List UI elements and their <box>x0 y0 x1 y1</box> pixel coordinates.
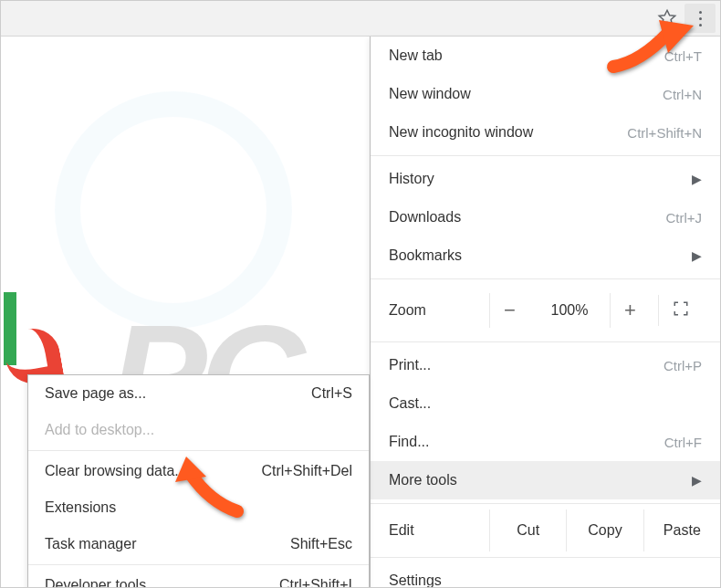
menu-item-new-incognito[interactable]: New incognito window Ctrl+Shift+N <box>371 113 720 152</box>
menu-shortcut: Ctrl+J <box>665 210 702 226</box>
menu-shortcut: Ctrl+Shift+I <box>279 577 352 588</box>
menu-item-label: Cast... <box>389 395 431 412</box>
menu-item-label: Edit <box>389 522 489 539</box>
menu-item-label: Zoom <box>389 302 489 319</box>
zoom-out-button[interactable]: − <box>489 293 529 328</box>
menu-item-label: New incognito window <box>389 124 533 141</box>
menu-item-label: New tab <box>389 47 443 64</box>
menu-shortcut: Ctrl+P <box>664 358 702 373</box>
menu-item-zoom: Zoom − 100% + <box>371 283 720 338</box>
menu-item-label: Print... <box>389 357 431 373</box>
menu-separator <box>371 278 720 279</box>
menu-shortcut: Shift+Esc <box>290 536 352 552</box>
menu-separator <box>28 564 369 565</box>
menu-item-bookmarks[interactable]: Bookmarks ▶ <box>371 236 720 275</box>
edit-copy-button[interactable]: Copy <box>566 509 643 551</box>
menu-item-label: History <box>389 171 434 187</box>
menu-item-label: Task manager <box>45 536 137 552</box>
zoom-controls: − 100% + <box>489 293 702 328</box>
menu-shortcut: Ctrl+Shift+Del <box>261 463 352 479</box>
menu-item-label: New window <box>389 86 471 102</box>
menu-shortcut: Ctrl+N <box>663 87 702 102</box>
menu-separator <box>371 155 720 156</box>
annotation-arrow-icon <box>604 16 695 80</box>
chevron-right-icon: ▶ <box>692 248 702 263</box>
menu-item-cast[interactable]: Cast... <box>371 384 720 423</box>
menu-separator <box>28 450 369 451</box>
fullscreen-button[interactable] <box>658 295 702 326</box>
menu-item-label: Find... <box>389 434 429 450</box>
menu-shortcut: Ctrl+S <box>311 385 352 402</box>
menu-shortcut: Ctrl+F <box>664 435 702 450</box>
edit-paste-button[interactable]: Paste <box>643 509 720 551</box>
menu-item-label: Add to desktop... <box>45 422 154 438</box>
zoom-in-button[interactable]: + <box>610 293 650 328</box>
menu-item-label: Settings <box>389 572 442 588</box>
fullscreen-icon <box>673 300 689 317</box>
menu-item-settings[interactable]: Settings <box>371 562 720 588</box>
menu-separator <box>371 503 720 504</box>
menu-item-label: Developer tools <box>45 577 146 588</box>
submenu-item-task-manager[interactable]: Task manager Shift+Esc <box>28 526 369 562</box>
menu-separator <box>371 341 720 342</box>
svg-marker-0 <box>659 20 694 53</box>
menu-item-print[interactable]: Print... Ctrl+P <box>371 346 720 384</box>
chevron-right-icon: ▶ <box>692 473 702 488</box>
menu-shortcut: Ctrl+Shift+N <box>627 125 702 141</box>
menu-item-label: Extensions <box>45 499 116 516</box>
menu-item-label: Downloads <box>389 209 461 226</box>
menu-item-label: Bookmarks <box>389 247 462 264</box>
menu-item-new-window[interactable]: New window Ctrl+N <box>371 75 720 113</box>
menu-item-label: Clear browsing data... <box>45 463 187 479</box>
menu-separator <box>371 557 720 558</box>
zoom-percent: 100% <box>538 302 601 319</box>
menu-item-history[interactable]: History ▶ <box>371 160 720 198</box>
edit-cut-button[interactable]: Cut <box>489 509 566 551</box>
menu-item-downloads[interactable]: Downloads Ctrl+J <box>371 198 720 236</box>
submenu-item-save-page-as[interactable]: Save page as... Ctrl+S <box>28 375 369 412</box>
chrome-main-menu: New tab Ctrl+T New window Ctrl+N New inc… <box>370 37 721 588</box>
menu-item-find[interactable]: Find... Ctrl+F <box>371 423 720 461</box>
menu-item-edit: Edit Cut Copy Paste <box>371 508 720 553</box>
submenu-item-developer-tools[interactable]: Developer tools Ctrl+Shift+I <box>28 567 369 588</box>
chevron-right-icon: ▶ <box>692 172 702 186</box>
submenu-item-add-to-desktop: Add to desktop... <box>28 412 369 448</box>
menu-item-more-tools[interactable]: More tools ▶ <box>371 461 720 499</box>
menu-item-label: Save page as... <box>45 385 146 402</box>
menu-item-label: More tools <box>389 472 457 488</box>
annotation-arrow-icon <box>173 457 256 520</box>
